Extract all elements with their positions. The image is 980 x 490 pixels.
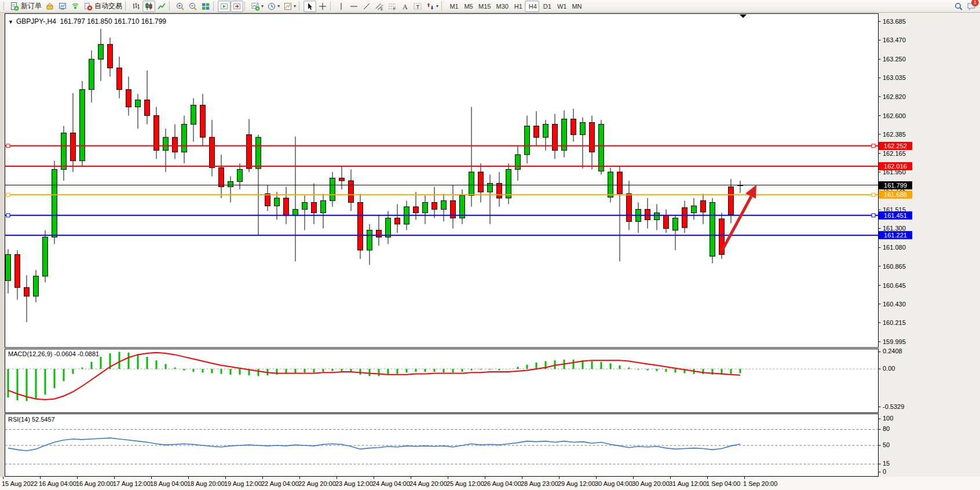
time-tick — [374, 477, 374, 479]
notifications-button[interactable]: 1 — [965, 1, 978, 12]
tf-m30-button-label: M30 — [496, 3, 508, 10]
templates-button[interactable]: ▾ — [281, 1, 298, 12]
price-axis-label: 160.430 — [883, 301, 906, 308]
horizontal-line-button[interactable] — [348, 1, 360, 12]
toolbar-grip[interactable] — [3, 2, 6, 10]
new-order-button-label: 新订单 — [21, 1, 42, 11]
price-tag-161.688: 161.688 — [879, 191, 912, 199]
chevron-down-icon: ▾ — [436, 3, 438, 9]
label-button[interactable]: T — [411, 1, 424, 12]
chart-shift-icon — [232, 2, 242, 11]
rsi-pane[interactable] — [0, 413, 980, 477]
templates-icon — [283, 2, 292, 11]
price-tag-161.221: 161.221 — [879, 231, 912, 239]
tf-w1-button[interactable]: W1 — [554, 1, 569, 12]
main-price-pane[interactable] — [0, 13, 980, 348]
bar-chart-button[interactable] — [130, 1, 142, 12]
cursor-icon — [305, 2, 315, 11]
price-axis-label: 160.865 — [883, 263, 906, 270]
tf-m30-button[interactable]: M30 — [492, 1, 510, 12]
chart-shift-button[interactable] — [231, 1, 243, 12]
arrows-button[interactable]: ▾ — [424, 1, 440, 12]
zoom-out-button[interactable] — [187, 1, 199, 12]
tf-m1-button[interactable]: M1 — [446, 1, 460, 12]
fibonacci-button[interactable]: F — [386, 1, 398, 12]
text-button[interactable]: A — [398, 1, 411, 12]
tf-h1-button-label: H1 — [514, 3, 522, 10]
line-chart-icon — [157, 2, 166, 11]
svg-text:F: F — [393, 7, 396, 11]
tf-m1-button-label: M1 — [449, 3, 458, 10]
tf-m5-button-label: M5 — [464, 3, 473, 10]
notification-badge: 1 — [971, 0, 979, 6]
tf-mn-button[interactable]: MN — [568, 1, 583, 12]
time-axis-label: 28 Aug 23:00 — [521, 480, 558, 487]
toolbar-grip[interactable] — [299, 2, 301, 10]
toolbar-grip[interactable] — [244, 2, 247, 10]
vertical-line-button[interactable] — [335, 1, 348, 12]
open-chart-button[interactable] — [56, 1, 69, 12]
market-icon — [45, 2, 54, 11]
time-tick — [559, 477, 560, 479]
toolbar-grip[interactable] — [125, 2, 127, 10]
indicators-button[interactable]: ▾ — [249, 1, 265, 12]
tf-mn-button-label: MN — [572, 3, 582, 10]
line-chart-button[interactable] — [155, 1, 168, 12]
tf-m5-button[interactable]: M5 — [460, 1, 475, 12]
market-button[interactable] — [43, 1, 56, 12]
auto-trading-button[interactable]: 自动交易 — [82, 1, 124, 12]
price-tag-162.016: 162.016 — [879, 162, 912, 170]
fibonacci-icon: F — [387, 2, 397, 11]
auto-scroll-button[interactable] — [218, 1, 231, 12]
zoom-in-icon — [175, 2, 185, 11]
time-axis-label: 1 Sep 20:00 — [743, 480, 777, 487]
toolbar-grip[interactable] — [441, 2, 444, 10]
zoom-in-button[interactable] — [174, 1, 187, 12]
channel-button[interactable]: E — [373, 1, 386, 12]
price-axis-label: 162.820 — [883, 93, 906, 100]
time-tick — [670, 477, 671, 479]
mt4-window: 新订单自动交易▾▾▾EFAT▾M1M5M15M30H1H4D1W1MN1 ▼GB… — [0, 0, 980, 490]
toolbar-grip[interactable] — [330, 2, 332, 10]
trendline-button[interactable] — [360, 1, 373, 12]
tf-d1-button[interactable]: D1 — [539, 1, 554, 12]
search-button[interactable] — [952, 1, 965, 12]
collapse-icon[interactable]: ▼ — [8, 19, 13, 25]
new-order-button[interactable]: 新订单 — [8, 1, 43, 12]
tf-h4-button[interactable]: H4 — [525, 1, 539, 12]
chart-ohlc-readout: 161.797 161.850 161.710 161.799 — [60, 17, 167, 25]
indicators-icon — [251, 2, 260, 11]
tf-d1-button-label: D1 — [543, 3, 551, 10]
chevron-down-icon: ▾ — [294, 3, 296, 9]
cursor-button[interactable] — [303, 1, 316, 12]
time-axis[interactable]: 15 Aug 202216 Aug 04:0016 Aug 20:0017 Au… — [0, 477, 980, 490]
macd-indicator-label: MACD(12,26,9) -0.0604 -0.0881 — [8, 350, 99, 357]
arrows-icon — [426, 2, 435, 11]
toolbar-grip[interactable] — [213, 2, 215, 10]
rsi-axis-label: 100 — [883, 415, 893, 422]
time-axis-label: 17 Aug 12:00 — [113, 480, 151, 487]
toolbar-grip[interactable] — [169, 2, 171, 10]
label-icon: T — [413, 2, 422, 11]
price-axis-label: 162.385 — [883, 131, 906, 138]
time-axis-label: 26 Aug 04:00 — [484, 480, 521, 487]
periods-button[interactable]: ▾ — [265, 1, 281, 12]
price-tag-161.451: 161.451 — [879, 211, 912, 220]
auto-trading-icon — [83, 2, 93, 11]
tile-windows-button[interactable] — [199, 1, 212, 12]
price-axis-label: 163.250 — [883, 56, 906, 63]
chart-window: ▼GBPJPY-,H4 161.797 161.850 161.710 161.… — [0, 13, 980, 490]
crosshair-button[interactable] — [316, 1, 329, 12]
tf-h1-button[interactable]: H1 — [510, 1, 525, 12]
time-tick — [337, 477, 337, 479]
crosshair-icon — [318, 2, 327, 11]
time-axis-label: 22 Aug 04:00 — [261, 480, 299, 487]
time-axis-label: 24 Aug 04:00 — [372, 480, 410, 487]
time-tick — [114, 477, 115, 479]
signals-button[interactable] — [69, 1, 82, 12]
macd-pane[interactable] — [0, 348, 980, 413]
price-axis-label: 162.165 — [883, 150, 906, 157]
tf-m15-button[interactable]: M15 — [475, 1, 492, 12]
candlestick-button[interactable] — [142, 1, 155, 12]
channel-icon: E — [375, 2, 384, 11]
